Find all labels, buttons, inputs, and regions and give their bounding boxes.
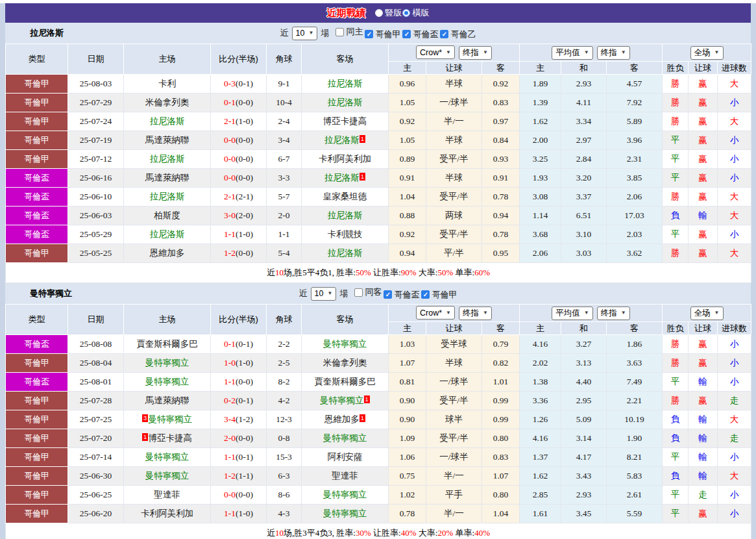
handicap-result-cell: 赢 — [689, 94, 718, 112]
home-team-name: 曼特寧獨立 — [148, 414, 192, 424]
away-cell: 曼特寧獨立 — [302, 335, 389, 354]
league-filter-label: 哥倫甲 — [375, 29, 400, 40]
scope-select[interactable]: 全场▼ — [690, 46, 724, 60]
avg-home-cell: 1.14 — [520, 207, 561, 225]
odds-line-cell: 受平/半 — [426, 225, 482, 244]
odds-away-cell: 0.83 — [482, 448, 520, 467]
league-filter[interactable]: 哥倫乙 — [440, 29, 476, 40]
halftime-score: (1-0) — [236, 229, 253, 239]
home-cell: 馬達萊納聯 — [124, 169, 211, 188]
handicap-result-cell: 赢 — [689, 225, 718, 244]
halftime-score: (0-0) — [236, 135, 253, 145]
league-filter[interactable]: 哥倫甲 — [421, 289, 457, 301]
col-header-result: 胜负 — [663, 62, 689, 75]
select-value: 全场 — [694, 308, 711, 319]
view-option-label: 豎版 — [385, 7, 402, 19]
checkbox-icon[interactable] — [440, 30, 448, 38]
odds-away-cell: 0.78 — [482, 188, 520, 207]
odds-line-cell: 一/球半 — [426, 373, 482, 392]
league-cell: 哥倫盃 — [6, 188, 68, 207]
league-filter[interactable]: 哥倫盃 — [402, 29, 438, 40]
score-cell: 1-0(1-0) — [211, 354, 267, 373]
avg-source-select[interactable]: 平均值▼ — [552, 307, 592, 320]
avg-draw-cell: 3.37 — [561, 188, 607, 207]
away-cell: 米倫拿列奧 — [302, 354, 389, 373]
odds-home-cell: 0.92 — [389, 112, 426, 131]
goals-result-cell: 大 — [718, 207, 751, 225]
checkbox-icon[interactable] — [384, 290, 392, 299]
fulltime-score: 0-0 — [224, 135, 236, 145]
match-count-select[interactable]: 10▼ — [311, 287, 337, 301]
away-cell: 拉尼洛斯 — [302, 94, 389, 112]
league-cell: 哥倫盃 — [6, 225, 68, 244]
view-option-1[interactable]: 豎版 — [375, 7, 402, 19]
score-cell: 0-3(0-1) — [211, 75, 267, 94]
matches-table-1: 类型 日期 主场 比分(半场) 角球 客场 Crow*▼终指▼ 平均值▼终指▼ … — [5, 44, 751, 283]
goals-result-cell: 走 — [718, 429, 751, 448]
home-cell: 米倫拿列奧 — [124, 94, 211, 112]
halftime-score: (2-1) — [236, 192, 253, 201]
avg-final-select[interactable]: 终指▼ — [597, 46, 630, 60]
same-venue-filter[interactable]: 同客 — [354, 286, 382, 298]
checkbox-icon[interactable] — [365, 30, 373, 38]
view-option-2[interactable]: 橫版 — [402, 7, 430, 19]
fulltime-score: 1-1 — [224, 452, 236, 462]
odds-away-cell: 0.79 — [482, 335, 520, 354]
match-count-select[interactable]: 10▼ — [292, 27, 318, 40]
date-cell: 25-08-08 — [68, 335, 124, 354]
odds-source-select[interactable]: Crow*▼ — [416, 306, 455, 320]
avg-home-cell: 1.39 — [520, 94, 561, 112]
score-cell: 2-0(0-0) — [211, 429, 267, 448]
odds-line-cell: 半/一 — [426, 112, 482, 131]
select-value: 终指 — [463, 47, 479, 58]
avg-away-cell: 2.61 — [607, 486, 663, 505]
result-cell: 負 — [663, 467, 689, 486]
corner-cell: 8-6 — [267, 486, 302, 505]
odds-away-cell: 0.91 — [482, 169, 520, 188]
radio-icon[interactable] — [375, 9, 383, 17]
handicap-result-cell: 輸 — [689, 448, 718, 467]
home-cell: 卡利 — [124, 75, 211, 94]
odds-final-select[interactable]: 终指▼ — [459, 307, 492, 320]
avg-away-cell: 5.83 — [607, 467, 663, 486]
home-cell: 1博亞卡捷高 — [124, 429, 211, 448]
checkbox-icon[interactable] — [421, 290, 430, 299]
home-team-name: 卡利阿美利加 — [141, 508, 193, 518]
odds-home-cell: 1.04 — [389, 188, 426, 207]
odds-line-cell: 受平/半 — [426, 150, 482, 169]
handicap-result-cell: 輸 — [689, 467, 718, 486]
result-cell: 平 — [663, 225, 689, 244]
scope-group-header: 全场▼ — [663, 305, 751, 322]
league-filter[interactable]: 哥倫甲 — [365, 29, 400, 40]
league-filter-label: 哥倫甲 — [432, 289, 457, 301]
league-cell: 哥倫盃 — [6, 373, 68, 392]
col-header-avg-draw: 和 — [561, 322, 607, 335]
goals-result-cell: 小 — [718, 448, 751, 467]
avg-source-select[interactable]: 平均值▼ — [552, 46, 592, 60]
checkbox-icon[interactable] — [402, 30, 411, 38]
checkbox-icon[interactable] — [354, 288, 363, 297]
odds-line-cell: 受平/半 — [426, 392, 482, 410]
select-value: 全场 — [694, 47, 711, 58]
radio-icon[interactable] — [402, 9, 410, 17]
result-cell: 負 — [663, 410, 689, 429]
scope-select[interactable]: 全场▼ — [690, 307, 724, 320]
away-team-name: 博亞卡捷高 — [323, 116, 367, 126]
home-cell: 卡利阿美利加 — [124, 505, 211, 523]
odds-source-select[interactable]: Crow*▼ — [416, 45, 455, 59]
avg-final-select[interactable]: 终指▼ — [597, 307, 630, 320]
goals-result-cell: 大 — [718, 244, 751, 263]
home-team-name: 拉尼洛斯 — [150, 192, 185, 201]
away-cell: 曼特寧獨立 — [302, 429, 389, 448]
same-venue-filter[interactable]: 同主 — [335, 26, 363, 38]
checkbox-icon[interactable] — [335, 28, 344, 36]
col-header-date: 日期 — [68, 44, 124, 75]
league-filter[interactable]: 哥倫盃 — [384, 289, 419, 301]
col-header-goals: 进球数 — [718, 322, 751, 335]
odds-home-cell: 1.06 — [389, 448, 426, 467]
odds-final-select[interactable]: 终指▼ — [459, 46, 492, 60]
date-cell: 25-06-16 — [68, 169, 124, 188]
away-team-name: 賈奎斯科爾多巴 — [314, 377, 376, 386]
home-cell: 拉尼洛斯 — [124, 150, 211, 169]
summary-text: 场,胜5平4负1, 胜率: — [284, 268, 356, 277]
